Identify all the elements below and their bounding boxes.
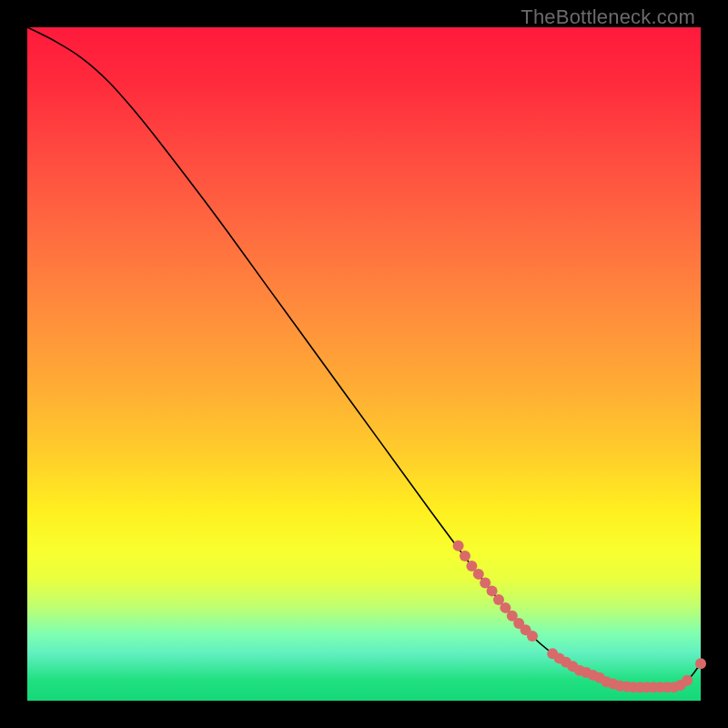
- marker-dot: [473, 569, 484, 580]
- chart-wrapper: TheBottleneck.com: [0, 0, 728, 728]
- marker-dot: [453, 541, 464, 551]
- marker-dot: [527, 631, 538, 642]
- marker-points: [453, 541, 706, 693]
- marker-dot: [682, 675, 693, 686]
- marker-dot: [487, 585, 498, 596]
- attribution-text: TheBottleneck.com: [521, 5, 695, 29]
- marker-dot: [695, 658, 706, 669]
- chart-svg: [27, 27, 701, 701]
- main-curve: [27, 27, 701, 688]
- marker-dot: [460, 551, 470, 561]
- plot-area: [27, 27, 701, 701]
